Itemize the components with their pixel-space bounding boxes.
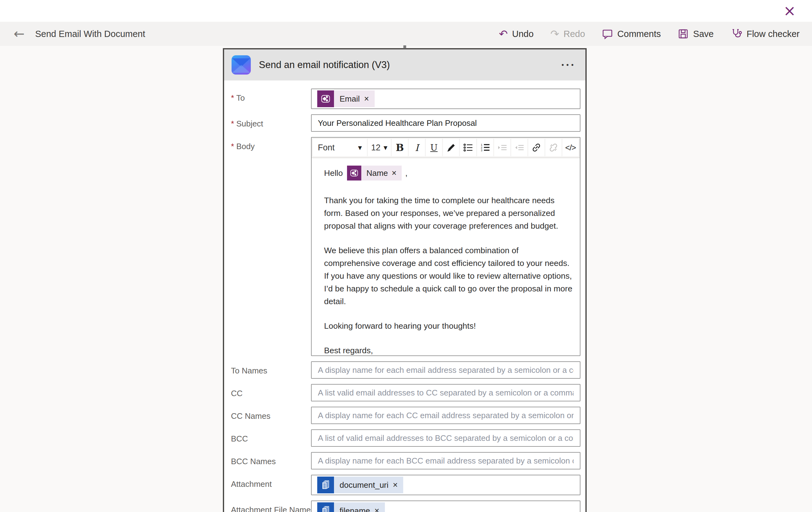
field-label-attachment: Attachment	[231, 475, 311, 489]
power-automate-flow-editor: × ← Send Email With Document ↶ Undo ↷ Re…	[0, 0, 812, 46]
cc-names-input[interactable]	[311, 407, 580, 424]
comments-button[interactable]: Comments	[602, 28, 661, 39]
chip-label: Email	[340, 94, 360, 104]
command-bar: ← Send Email With Document ↶ Undo ↷ Redo…	[0, 22, 812, 46]
field-label-subject: * Subject	[231, 114, 311, 128]
link-icon	[531, 143, 541, 153]
chip-label: filename	[340, 506, 370, 512]
body-paragraph: Thank you for taking the time to complet…	[324, 194, 573, 233]
flow-checker-stethoscope-icon	[730, 28, 742, 40]
underline-button[interactable]: U	[426, 139, 442, 156]
required-marker: *	[231, 93, 234, 103]
body-closing-line: Best regards,	[324, 344, 573, 356]
back-arrow-icon[interactable]: ←	[14, 27, 25, 41]
bulleted-list-icon	[463, 143, 473, 153]
to-names-input[interactable]	[311, 361, 580, 379]
svg-text:3: 3	[481, 149, 482, 152]
required-marker: *	[231, 119, 234, 128]
body-paragraph: Looking forward to hearing your thoughts…	[324, 320, 573, 332]
code-view-button[interactable]: </>	[562, 139, 579, 156]
save-button[interactable]: Save	[677, 28, 714, 39]
field-row-cc-names: CC Names	[231, 407, 580, 424]
dynamic-content-chip-document-uri[interactable]: document_uri ×	[317, 477, 403, 493]
redo-button[interactable]: ↷ Redo	[550, 29, 585, 39]
field-label-bcc-names: BCC Names	[231, 452, 311, 466]
attachment-file-name-input[interactable]: filename ×	[311, 501, 580, 512]
more-menu-button[interactable]: •••	[561, 58, 577, 72]
numbered-list-button[interactable]: 1 2 3	[477, 139, 493, 156]
field-label-to: * To	[231, 88, 311, 103]
top-bar: ×	[0, 0, 812, 22]
bulleted-list-button[interactable]	[460, 139, 476, 156]
italic-button[interactable]: I	[409, 139, 425, 156]
numbered-list-icon: 1 2 3	[480, 143, 490, 153]
field-row-to: * To	[231, 88, 580, 109]
document-pages-icon	[317, 502, 334, 512]
bcc-input[interactable]	[311, 429, 580, 447]
redo-icon: ↷	[550, 29, 559, 39]
indent-button[interactable]	[494, 139, 510, 156]
flow-checker-label: Flow checker	[747, 29, 800, 39]
dynamic-content-chip-email[interactable]: Email ×	[317, 90, 375, 107]
undo-button[interactable]: ↶ Undo	[499, 29, 533, 39]
bold-button[interactable]: B	[392, 139, 408, 156]
flow-title: Send Email With Document	[35, 29, 145, 39]
dynamic-content-chip-name[interactable]: Name ×	[347, 166, 401, 181]
field-row-attachment: Attachment	[231, 475, 580, 495]
link-button[interactable]	[528, 139, 545, 156]
format-pen-button[interactable]	[443, 139, 459, 156]
comments-icon	[602, 28, 613, 39]
subject-input[interactable]	[311, 114, 580, 132]
action-title: Send an email notification (V3)	[259, 59, 553, 71]
redo-label: Redo	[564, 29, 585, 39]
body-rich-text-content[interactable]: Hello	[312, 158, 580, 356]
chip-remove-icon[interactable]: ×	[374, 507, 379, 512]
dynamic-content-chip-filename[interactable]: filename ×	[317, 502, 385, 512]
attachment-input[interactable]: document_uri ×	[311, 475, 580, 495]
flow-checker-button[interactable]: Flow checker	[730, 28, 800, 40]
to-input[interactable]: Email ×	[311, 88, 580, 109]
action-card-body: * To	[224, 80, 585, 512]
mail-connector-icon	[232, 55, 251, 75]
action-card: Send an email notification (V3) ••• * To	[223, 48, 587, 512]
chevron-down-icon: ▼	[358, 145, 361, 151]
body-editor: Font ▼ 12 ▼ B I	[311, 137, 580, 356]
chip-remove-icon[interactable]: ×	[393, 481, 398, 489]
field-row-body: * Body Font ▼ 12 ▼	[231, 137, 580, 356]
unlink-button[interactable]	[545, 139, 561, 156]
save-label: Save	[693, 29, 714, 39]
cc-input[interactable]	[311, 384, 580, 401]
field-row-bcc: BCC	[231, 429, 580, 447]
rich-text-toolbar: Font ▼ 12 ▼ B I	[312, 138, 580, 158]
action-card-header[interactable]: Send an email notification (V3) •••	[224, 49, 585, 80]
code-view-icon: </>	[565, 143, 576, 153]
outdent-button[interactable]	[511, 139, 527, 156]
pen-icon	[446, 143, 456, 153]
field-label-to-names: To Names	[231, 361, 311, 375]
document-pages-icon	[317, 477, 334, 493]
chip-label: Name	[366, 167, 388, 180]
bcc-names-input[interactable]	[311, 452, 580, 469]
chip-remove-icon[interactable]: ×	[364, 95, 369, 103]
font-size-dropdown[interactable]: 12 ▼	[368, 139, 391, 156]
chevron-down-icon: ▼	[384, 145, 387, 151]
undo-label: Undo	[512, 29, 533, 39]
font-dropdown[interactable]: Font ▼	[313, 139, 367, 156]
field-row-cc: CC	[231, 384, 580, 401]
unlink-icon	[549, 143, 558, 153]
field-row-bcc-names: BCC Names	[231, 452, 580, 469]
comments-label: Comments	[617, 29, 661, 39]
field-label-cc: CC	[231, 384, 311, 398]
outdent-icon	[514, 143, 524, 153]
chip-remove-icon[interactable]: ×	[392, 169, 397, 178]
chip-label: document_uri	[340, 480, 388, 490]
body-paragraph: We believe this plan offers a balanced c…	[324, 244, 573, 308]
undo-icon: ↶	[499, 29, 508, 39]
close-icon[interactable]: ×	[783, 3, 796, 18]
field-row-attachment-file-name: Attachment File Name	[231, 501, 580, 512]
field-label-attachment-file-name: Attachment File Name	[231, 501, 311, 512]
field-row-to-names: To Names	[231, 361, 580, 379]
greeting-line: Hello	[324, 166, 573, 181]
field-label-bcc: BCC	[231, 429, 311, 443]
connector-nub	[404, 45, 406, 49]
